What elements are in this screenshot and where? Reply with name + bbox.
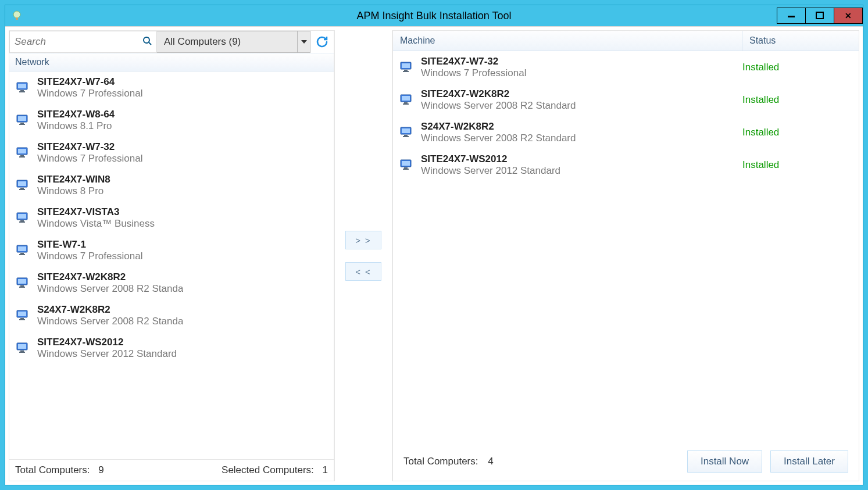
monitor-icon <box>16 180 29 191</box>
list-item-text: SITE24X7-VISTA3 Windows Vista™ Business <box>37 206 155 230</box>
transfer-controls: > > < < <box>334 30 392 481</box>
refresh-button[interactable] <box>310 31 334 53</box>
machine-name: SITE24X7-W7-32 <box>421 56 742 67</box>
list-item[interactable]: SITE24X7-W7-64 Windows 7 Professional <box>9 71 334 104</box>
svg-point-0 <box>13 11 20 18</box>
svg-rect-33 <box>20 285 24 287</box>
list-item[interactable]: SITE24X7-W7-32 Windows 7 Professional <box>9 137 334 169</box>
svg-rect-16 <box>18 149 26 153</box>
computer-icon <box>400 159 413 171</box>
svg-rect-56 <box>402 161 410 166</box>
computer-icon <box>16 115 29 126</box>
list-item[interactable]: SITE24X7-WIN8 Windows 8 Pro <box>9 169 334 202</box>
computer-icon <box>400 62 413 73</box>
add-button[interactable]: > > <box>345 231 381 249</box>
install-later-button[interactable]: Install Later <box>770 450 848 473</box>
svg-rect-25 <box>20 220 24 221</box>
search-input[interactable] <box>10 36 156 48</box>
remove-button[interactable]: < < <box>345 262 381 281</box>
svg-rect-18 <box>19 156 25 158</box>
svg-rect-45 <box>404 70 408 71</box>
monitor-icon <box>16 212 29 224</box>
svg-rect-54 <box>403 136 409 137</box>
computer-name: SITE24X7-VISTA3 <box>37 206 155 218</box>
computer-os: Windows Vista™ Business <box>37 218 155 230</box>
list-item[interactable]: S24X7-W2K8R2 Windows Server 2008 R2 Stan… <box>9 299 334 332</box>
content-area: All Computers (9) Network SIT <box>5 26 863 485</box>
svg-rect-38 <box>19 319 25 320</box>
table-row[interactable]: SITE24X7-WS2012 Windows Server 2012 Stan… <box>393 149 859 181</box>
svg-rect-28 <box>18 246 26 251</box>
minimize-icon <box>787 12 795 20</box>
list-item[interactable]: SITE24X7-VISTA3 Windows Vista™ Business <box>9 202 334 234</box>
svg-rect-26 <box>19 221 25 223</box>
svg-point-4 <box>144 37 149 43</box>
monitor-icon <box>16 245 29 256</box>
svg-rect-34 <box>19 287 25 288</box>
chevron-down-icon <box>297 31 310 52</box>
list-item[interactable]: SITE-W7-1 Windows 7 Professional <box>9 234 334 267</box>
svg-rect-53 <box>404 135 408 136</box>
svg-rect-2 <box>788 16 795 17</box>
target-total-label: Total Computers: 4 <box>403 456 494 467</box>
list-item[interactable]: SITE24X7-WS2012 Windows Server 2012 Stan… <box>9 332 334 364</box>
monitor-icon <box>16 310 29 321</box>
title-bar: APM Insight Bulk Installation Tool ✕ <box>5 5 863 26</box>
table-row[interactable]: S24X7-W2K8R2 Windows Server 2008 R2 Stan… <box>393 116 859 149</box>
network-list[interactable]: SITE24X7-W7-64 Windows 7 Professional SI… <box>9 71 334 459</box>
machine-os: Windows Server 2008 R2 Standard <box>421 100 742 112</box>
machine-os: Windows Server 2008 R2 Standard <box>421 133 742 144</box>
install-now-button[interactable]: Install Now <box>687 450 762 473</box>
svg-rect-17 <box>20 155 24 156</box>
left-toolbar: All Computers (9) <box>9 31 334 53</box>
close-icon: ✕ <box>845 11 852 20</box>
column-machine[interactable]: Machine <box>393 31 742 51</box>
search-box[interactable] <box>9 31 157 53</box>
svg-line-5 <box>149 42 151 45</box>
computer-os: Windows Server 2012 Standard <box>37 348 177 360</box>
list-item[interactable]: SITE24X7-W8-64 Windows 8.1 Pro <box>9 104 334 137</box>
status-badge: Installed <box>742 94 852 106</box>
maximize-button[interactable] <box>805 8 834 24</box>
monitor-icon <box>16 277 29 289</box>
table-row[interactable]: SITE24X7-W7-32 Windows 7 Professional In… <box>393 51 859 84</box>
computer-name: SITE24X7-W7-64 <box>37 76 142 88</box>
computer-os: Windows 7 Professional <box>37 251 142 262</box>
close-button[interactable]: ✕ <box>834 8 863 24</box>
monitor-icon <box>16 342 29 354</box>
computer-name: SITE24X7-W8-64 <box>37 109 115 120</box>
computer-icon <box>16 342 29 354</box>
computer-icon <box>400 127 413 138</box>
minimize-button[interactable] <box>777 8 806 24</box>
svg-rect-57 <box>404 167 408 169</box>
svg-rect-42 <box>19 352 25 353</box>
filter-dropdown[interactable]: All Computers (9) <box>157 31 310 53</box>
computer-os: Windows Server 2008 R2 Standa <box>37 316 183 327</box>
computer-name: SITE24X7-WS2012 <box>37 337 177 348</box>
machine-os: Windows 7 Professional <box>421 67 742 79</box>
computer-icon <box>16 212 29 224</box>
svg-rect-52 <box>402 128 410 133</box>
svg-rect-29 <box>20 253 24 254</box>
list-item-text: SITE24X7-W7-32 Windows 7 Professional <box>37 141 142 164</box>
svg-rect-12 <box>18 116 26 121</box>
svg-rect-46 <box>403 71 409 72</box>
app-icon <box>11 10 23 22</box>
computer-icon <box>16 82 29 94</box>
list-item[interactable]: SITE24X7-W2K8R2 Windows Server 2008 R2 S… <box>9 267 334 299</box>
computer-os: Windows 7 Professional <box>37 153 142 164</box>
monitor-icon <box>400 94 413 106</box>
table-row[interactable]: SITE24X7-W2K8R2 Windows Server 2008 R2 S… <box>393 84 859 116</box>
target-list[interactable]: SITE24X7-W7-32 Windows 7 Professional In… <box>393 51 859 445</box>
target-grid-header: Machine Status <box>393 31 859 51</box>
svg-rect-32 <box>18 279 26 284</box>
svg-rect-37 <box>20 318 24 319</box>
machine-text: SITE24X7-W2K8R2 Windows Server 2008 R2 S… <box>421 88 742 112</box>
computer-icon <box>16 180 29 191</box>
selected-computers-label: Selected Computers: 1 <box>222 464 328 476</box>
list-item-text: SITE24X7-WS2012 Windows Server 2012 Stan… <box>37 337 177 360</box>
list-item-text: SITE24X7-W7-64 Windows 7 Professional <box>37 76 142 99</box>
svg-rect-48 <box>402 96 410 101</box>
svg-rect-36 <box>18 312 26 316</box>
column-status[interactable]: Status <box>742 31 859 51</box>
